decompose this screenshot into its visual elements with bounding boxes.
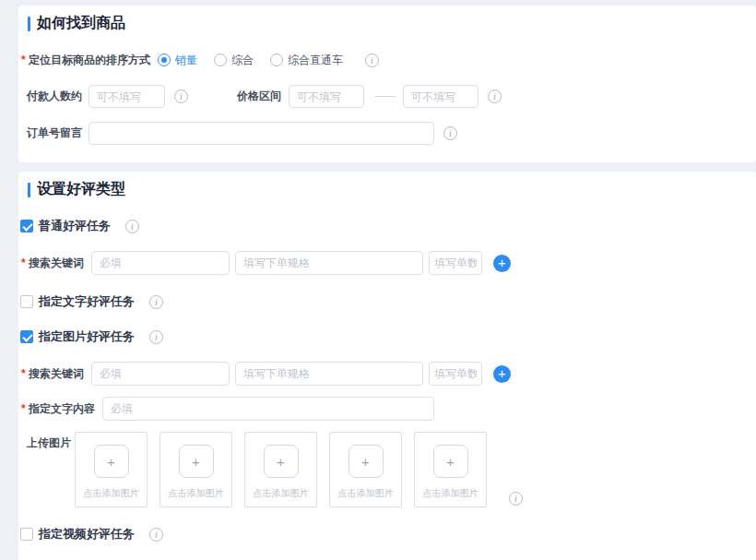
normal-task-row: 普通好评任务 i: [18, 218, 756, 234]
sort-method-row: * 定位目标商品的排序方式 销量 综合 综合直通车 i: [18, 49, 756, 71]
upload-box-list: + 点击添加图片 + 点击添加图片 + 点击添加图片 + 点击添加图片 + 点击…: [75, 432, 487, 507]
image-task-checkbox[interactable]: [20, 330, 33, 343]
normal-task-checkbox[interactable]: [20, 220, 33, 232]
section-title-text: 如何找到商品: [37, 14, 125, 33]
add-keyword-row-button[interactable]: +: [493, 255, 511, 272]
review-type-title: 设置好评类型: [28, 180, 125, 199]
radio-label: 销量: [175, 53, 197, 68]
search-keyword-row-2: * 搜索关键词 +: [18, 362, 756, 386]
video-task-checkbox[interactable]: [20, 528, 33, 541]
order-count-input[interactable]: [429, 251, 482, 275]
upload-box-5[interactable]: + 点击添加图片: [414, 432, 487, 507]
upload-box-text: 点击添加图片: [338, 487, 394, 500]
upload-box-text: 点击添加图片: [169, 487, 224, 500]
price-range-label: 价格区间: [237, 89, 281, 104]
text-task-checkbox[interactable]: [20, 295, 33, 308]
video-task-label: 指定视频好评任务: [39, 526, 135, 542]
upload-box-2[interactable]: + 点击添加图片: [159, 432, 232, 507]
pay-count-info-icon[interactable]: i: [174, 89, 188, 103]
find-product-section: 如何找到商品 * 定位目标商品的排序方式 销量 综合 综合直通车 i 付款人数约…: [18, 6, 756, 162]
text-content-label: 指定文字内容: [29, 401, 95, 417]
sort-info-icon[interactable]: i: [365, 54, 379, 67]
sort-method-label: 定位目标商品的排序方式: [29, 53, 150, 68]
title-accent-bar: [28, 183, 30, 197]
radio-label: 综合: [231, 53, 254, 68]
order-note-label: 订单号留言: [27, 125, 82, 141]
add-image-icon: +: [179, 445, 214, 478]
normal-task-info-icon[interactable]: i: [125, 220, 139, 233]
pay-count-input[interactable]: [89, 85, 165, 108]
text-task-label: 指定文字好评任务: [39, 293, 135, 310]
upload-box-4[interactable]: + 点击添加图片: [329, 432, 402, 507]
radio-sort-sales[interactable]: 销量: [158, 53, 197, 68]
upload-images-row: 上传图片 + 点击添加图片 + 点击添加图片 + 点击添加图片 + 点击添加图片…: [18, 432, 756, 507]
text-content-row: * 指定文字内容: [18, 397, 756, 421]
price-min-input[interactable]: [289, 85, 364, 108]
add-image-icon: +: [433, 445, 468, 478]
search-keyword-label: 搜索关键词: [29, 256, 84, 271]
required-asterisk: *: [21, 54, 27, 66]
radio-icon: [214, 54, 227, 66]
required-asterisk: *: [21, 256, 27, 269]
upload-images-label: 上传图片: [27, 432, 71, 451]
add-image-icon: +: [94, 445, 129, 478]
radio-selected-icon: [158, 54, 171, 66]
radio-icon: [270, 54, 283, 66]
video-task-info-icon[interactable]: i: [149, 528, 163, 542]
price-max-input[interactable]: [403, 85, 478, 108]
upload-box-3[interactable]: + 点击添加图片: [244, 432, 317, 507]
add-image-icon: +: [264, 445, 299, 478]
upload-box-text: 点击添加图片: [84, 487, 139, 500]
search-keyword-label: 搜索关键词: [29, 366, 84, 382]
keyword-input[interactable]: [91, 251, 230, 275]
video-task-row: 指定视频好评任务 i: [18, 526, 756, 542]
text-task-row: 指定文字好评任务 i: [18, 293, 756, 310]
radio-sort-comprehensive[interactable]: 综合: [214, 53, 254, 68]
pay-count-label: 付款人数约: [27, 89, 82, 104]
find-product-title: 如何找到商品: [28, 14, 125, 33]
upload-info-icon[interactable]: i: [509, 492, 523, 506]
title-accent-bar: [28, 17, 30, 31]
upload-box-1[interactable]: + 点击添加图片: [75, 432, 148, 507]
image-task-row: 指定图片好评任务 i: [18, 328, 756, 345]
radio-sort-comprehensive-express[interactable]: 综合直通车: [270, 53, 343, 68]
image-task-label: 指定图片好评任务: [39, 328, 135, 345]
text-task-info-icon[interactable]: i: [149, 295, 163, 309]
upload-box-text: 点击添加图片: [254, 487, 309, 500]
price-range-dash: [375, 96, 396, 97]
order-count-input[interactable]: [429, 362, 482, 386]
order-note-info-icon[interactable]: i: [443, 126, 457, 140]
keyword-input[interactable]: [91, 362, 230, 386]
section-title-text: 设置好评类型: [37, 180, 125, 199]
text-content-input[interactable]: [102, 397, 434, 421]
pay-count-price-row: 付款人数约 i 价格区间 i: [18, 85, 756, 108]
price-range-info-icon[interactable]: i: [488, 89, 502, 103]
add-image-icon: +: [348, 445, 384, 478]
order-note-row: 订单号留言 i: [18, 122, 756, 145]
required-asterisk: *: [21, 402, 27, 415]
upload-box-text: 点击添加图片: [423, 487, 478, 500]
image-task-info-icon[interactable]: i: [149, 330, 163, 344]
radio-label: 综合直通车: [288, 53, 343, 68]
add-keyword-row-button[interactable]: +: [493, 365, 511, 383]
required-asterisk: *: [21, 367, 27, 380]
search-keyword-row-1: * 搜索关键词 +: [18, 251, 756, 275]
normal-task-label: 普通好评任务: [39, 218, 111, 234]
order-spec-input[interactable]: [235, 362, 423, 386]
review-type-section: 设置好评类型 普通好评任务 i * 搜索关键词 + 指定文字好评任务 i 指定图…: [18, 172, 756, 560]
order-note-input[interactable]: [89, 122, 434, 145]
order-spec-input[interactable]: [235, 251, 423, 275]
